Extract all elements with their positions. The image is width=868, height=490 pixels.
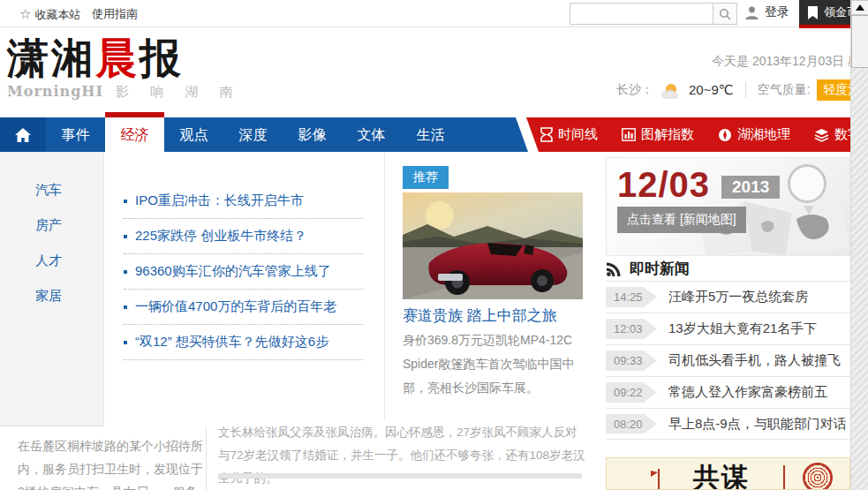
date-year-badge: 2013	[721, 176, 780, 199]
news-map-widget[interactable]: 12/03 2013 点击查看 [新闻地图]	[606, 157, 850, 256]
bullet-icon	[124, 235, 127, 238]
tab-depth[interactable]: 深度	[223, 117, 283, 152]
favorite-site-label: 收藏本站	[34, 8, 80, 21]
map-pin-icon	[788, 164, 826, 203]
nav-timeline[interactable]: 时间线	[540, 126, 598, 143]
search-box	[570, 3, 737, 25]
favorite-site-link[interactable]: ☆收藏本站	[19, 6, 80, 23]
dropdown-news-link[interactable]: “双12” 想买特供车？先做好这6步	[124, 325, 364, 360]
live-news-time: 12:03	[606, 319, 657, 339]
bullet-icon	[124, 341, 127, 344]
logo-title: 潇湘晨报	[7, 35, 241, 81]
rss-icon	[606, 260, 623, 277]
compass-icon	[718, 128, 732, 142]
ad-seal-icon	[803, 463, 833, 490]
ad-flag-decoration	[651, 471, 658, 477]
news-link-label: 96360购车汇你的汽车管家上线了	[135, 263, 331, 280]
scrollbar-up-button[interactable]	[851, 0, 868, 15]
bullet-icon	[124, 305, 127, 309]
vertical-scrollbar[interactable]	[850, 0, 868, 490]
recommend-description: 身价369.8万元迈凯轮MP4-12C Spider敞篷跑车首次驾临中国中部，亮…	[403, 328, 592, 400]
article-snippet-left[interactable]: 在岳麓区桐梓坡路的某个小招待所内，服务员打扫卫生时，发现位于2楼的房间内有一具女…	[18, 434, 209, 490]
login-label: 登录	[765, 4, 789, 20]
live-news-item[interactable]: 14:25 汪峰开5万一夜总统套房	[606, 281, 850, 313]
live-news-time: 09:33	[606, 351, 657, 371]
city-label: 长沙：	[616, 82, 653, 98]
up-arrow-icon	[856, 4, 864, 11]
nav-chart-index-label: 图解指数	[641, 126, 694, 143]
top-bar: ☆收藏本站 使用指南 登录	[0, 0, 868, 27]
dropdown-news-link[interactable]: 96360购车汇你的汽车管家上线了	[124, 254, 364, 290]
recommend-title-link[interactable]: 赛道贵族 踏上中部之旅	[403, 305, 557, 326]
live-news-list: 14:25 汪峰开5万一夜总统套房 12:03 13岁大姐大竟有21名手下 09…	[606, 281, 850, 440]
article-snippet-middle[interactable]: 文长林给张凤父亲及张凤治病。因心怀感恩，27岁张凤不顾家人反对与72岁老汉领了结…	[218, 421, 585, 490]
tab-opinion[interactable]: 观点	[164, 117, 223, 152]
search-button[interactable]	[713, 3, 737, 25]
tab-economy[interactable]: 经济	[105, 117, 164, 152]
dropdown-news-link[interactable]: IPO重启冲击：长线开启牛市	[124, 184, 364, 219]
nav-chart-index[interactable]: 图解指数	[622, 126, 694, 143]
news-map-button[interactable]: 点击查看 [新闻地图]	[617, 207, 746, 233]
content-divider-bar	[218, 473, 582, 479]
search-input[interactable]	[570, 3, 713, 25]
live-news-item[interactable]: 09:22 常德人登入作家富豪榜前五	[606, 376, 850, 408]
news-link-label: “双12” 想买特供车？先做好这6步	[135, 334, 328, 351]
nav-geography[interactable]: 湖湘地理	[718, 126, 790, 143]
live-news-item[interactable]: 08:20 早上8点-9点，与职能部门对话	[606, 408, 850, 440]
air-quality-label: 空气质量:	[758, 82, 811, 98]
bookmark-icon	[806, 5, 819, 20]
date-day: 12/03	[617, 165, 710, 205]
scrollbar-thumb[interactable]	[851, 15, 868, 68]
bar-chart-icon	[622, 128, 636, 141]
ad-tower-decoration	[783, 465, 785, 490]
live-news-item[interactable]: 09:33 司机低头看手机，路人被撞飞	[606, 344, 850, 376]
login-button[interactable]: 登录	[744, 4, 789, 20]
temperature-value: 20~9℃	[689, 82, 734, 98]
recommend-badge[interactable]: 推荐	[403, 166, 449, 189]
live-news-text: 司机低头看手机，路人被撞飞	[668, 352, 841, 369]
live-news-text: 早上8点-9点，与职能部门对话	[668, 416, 847, 433]
map-pin-tip	[804, 206, 814, 215]
dropdown-category-column: 汽车 房产 人才 家居	[0, 152, 104, 426]
dropdown-recommend-panel: 推荐 赛道贵族 踏上中部之旅 身价369.8万元迈凯	[385, 152, 601, 421]
nav-right-links: 时间线 图解指数 湖湘地理 数字报	[540, 117, 868, 152]
category-home[interactable]: 家居	[35, 288, 62, 305]
nav-timeline-label: 时间线	[558, 126, 598, 143]
divider	[745, 82, 746, 98]
user-guide-link[interactable]: 使用指南	[92, 6, 138, 22]
category-auto[interactable]: 汽车	[35, 182, 62, 199]
tab-events[interactable]: 事件	[46, 117, 105, 152]
page: ☆收藏本站 使用指南 登录 领金币 潇湘晨报 MorningHI影 响 湖 南 …	[0, 0, 868, 490]
today-date-text: 今天是 2013年12月03日 星期	[712, 54, 868, 70]
search-icon	[719, 8, 731, 20]
nav-tabs: 事件 经济 观点 深度 影像 文体 生活	[46, 117, 460, 152]
category-talent[interactable]: 人才	[35, 253, 62, 269]
ad-banner[interactable]: 共谋	[606, 457, 850, 490]
tab-culture-sports[interactable]: 文体	[342, 117, 401, 152]
tab-life[interactable]: 生活	[401, 117, 460, 152]
sun-cloud-icon	[660, 81, 683, 99]
logo-slogan: MorningHI影 响 湖 南	[7, 83, 241, 101]
layers-icon	[814, 128, 829, 142]
bullet-icon	[124, 200, 127, 203]
live-news-time: 14:25	[606, 287, 657, 307]
news-link-label: 225家跌停 创业板牛市终结？	[135, 228, 306, 245]
dropdown-news-link[interactable]: 一辆价值4700万的车背后的百年老	[124, 290, 364, 325]
recommend-car-image[interactable]	[403, 192, 583, 299]
weather-bar: 长沙： 20~9℃ 空气质量: 轻度污染	[616, 79, 868, 101]
live-news-time: 09:22	[606, 382, 657, 403]
user-icon	[744, 5, 759, 20]
hourglass-icon	[540, 127, 553, 142]
tab-home[interactable]	[0, 117, 46, 152]
ad-calligraphy-text: 共谋	[693, 460, 750, 490]
site-logo[interactable]: 潇湘晨报 MorningHI影 响 湖 南	[7, 35, 241, 101]
star-icon: ☆	[19, 6, 31, 21]
live-news-item[interactable]: 12:03 13岁大姐大竟有21名手下	[606, 313, 850, 344]
tab-images[interactable]: 影像	[283, 117, 342, 152]
column-divider	[206, 427, 207, 490]
category-realestate[interactable]: 房产	[35, 217, 62, 234]
dropdown-news-link[interactable]: 225家跌停 创业板牛市终结？	[124, 219, 364, 254]
main-nav: 事件 经济 观点 深度 影像 文体 生活 时间线 图解指数 湖湘地理 数字	[0, 117, 868, 152]
news-link-label: 一辆价值4700万的车背后的百年老	[135, 298, 336, 315]
bullet-icon	[124, 270, 127, 274]
